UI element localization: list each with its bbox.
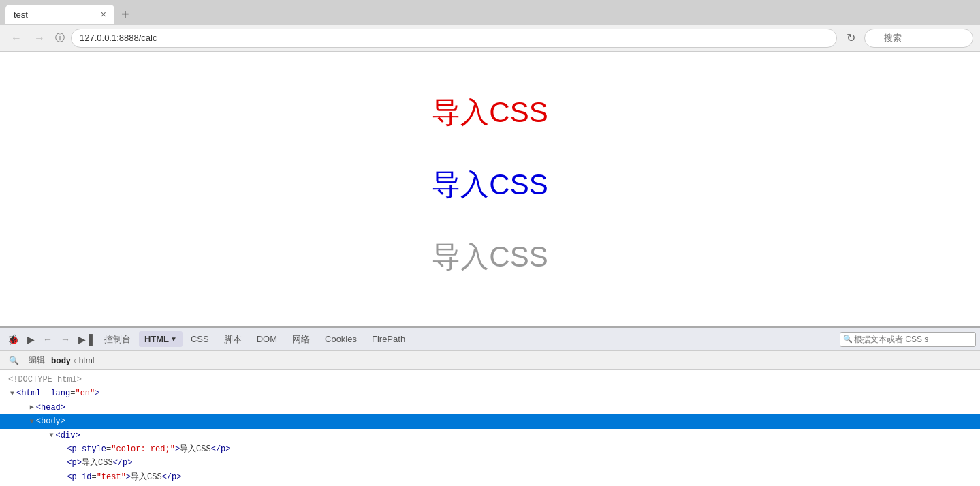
devtools-panel: 🐞 ▶ ← → ▶▐ 控制台 HTML ▼ CSS 脚本 DOM 网络 Cook… xyxy=(0,326,980,346)
tab-bar: test × + xyxy=(0,0,980,25)
active-tab[interactable]: test × xyxy=(5,5,114,24)
devtools-forward-button[interactable]: → xyxy=(57,332,74,346)
devtools-tab-cookies[interactable]: Cookies xyxy=(318,331,364,346)
browser-chrome: test × + ← → ⓘ ↻ 🔍 xyxy=(0,0,980,52)
devtools-tab-html[interactable]: HTML ▼ xyxy=(139,331,183,346)
search-container: 🔍 xyxy=(864,29,973,48)
devtools-tab-css[interactable]: CSS xyxy=(184,331,216,346)
devtools-toolbar: 🐞 ▶ ← → ▶▐ 控制台 HTML ▼ CSS 脚本 DOM 网络 Cook… xyxy=(0,328,980,346)
devtools-search-container: 🔍 xyxy=(840,332,976,346)
heading-blue: 导入CSS xyxy=(432,166,548,204)
devtools-inspect-button[interactable]: 🐞 xyxy=(4,332,22,346)
tab-close-button[interactable]: × xyxy=(101,10,106,19)
devtools-select-button[interactable]: ▶ xyxy=(24,332,38,346)
devtools-back-button[interactable]: ← xyxy=(39,332,56,346)
new-tab-button[interactable]: + xyxy=(118,6,132,22)
devtools-tab-script[interactable]: 脚本 xyxy=(217,331,249,346)
reload-button[interactable]: ↻ xyxy=(841,29,860,48)
heading-gray: 导入CSS xyxy=(432,238,548,276)
info-button[interactable]: ⓘ xyxy=(53,32,67,44)
forward-button[interactable]: → xyxy=(30,29,49,48)
url-input[interactable] xyxy=(71,29,837,48)
devtools-tab-firepath[interactable]: FirePath xyxy=(365,331,412,346)
page-content: 导入CSS 导入CSS 导入CSS xyxy=(0,52,980,346)
back-button[interactable]: ← xyxy=(7,29,26,48)
devtools-tab-dom[interactable]: DOM xyxy=(250,331,284,346)
search-input[interactable] xyxy=(864,29,973,48)
heading-red: 导入CSS xyxy=(432,93,548,132)
address-bar: ← → ⓘ ↻ 🔍 xyxy=(0,25,980,52)
devtools-step-button[interactable]: ▶▐ xyxy=(75,332,96,346)
devtools-search-input[interactable] xyxy=(840,332,976,346)
devtools-tab-network[interactable]: 网络 xyxy=(285,331,317,346)
tab-title: test xyxy=(14,10,95,20)
devtools-tab-console[interactable]: 控制台 xyxy=(97,331,138,346)
